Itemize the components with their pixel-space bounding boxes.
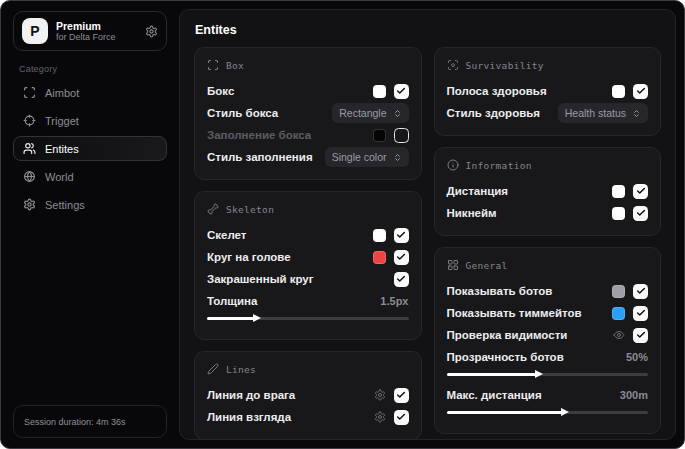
sidebar-item-label: Entites [45, 143, 79, 155]
select-value: Health status [565, 107, 626, 119]
setting-row-view-line: Линия взгляда [207, 406, 409, 428]
visibility-check-checkbox[interactable] [633, 328, 648, 343]
skeleton-checkbox[interactable] [394, 228, 409, 243]
show-teammates-checkbox[interactable] [633, 306, 648, 321]
bot-opacity-slider[interactable] [447, 369, 649, 379]
setting-row-skeleton: Скелет [207, 224, 409, 246]
max-distance-slider[interactable] [447, 407, 649, 417]
scan-heart-icon [447, 59, 459, 71]
eye-icon[interactable] [613, 329, 625, 341]
sidebar-nav: Aimbot Trigget Entites World [13, 80, 167, 217]
enemy-line-checkbox[interactable] [394, 388, 409, 403]
setting-row-head-circle: Круг на голове [207, 246, 409, 268]
setting-row-max-distance: Макс. дистанция 300m [447, 384, 649, 406]
box-fill-checkbox[interactable] [394, 128, 409, 143]
pencil-line-icon [207, 363, 219, 375]
thickness-slider[interactable] [207, 313, 409, 323]
setting-row-box: Бокс [207, 80, 409, 102]
sidebar-item-settings[interactable]: Settings [13, 192, 167, 217]
show-bots-checkbox[interactable] [633, 284, 648, 299]
brand-text: Premium for Delta Force [56, 20, 137, 42]
users-icon [23, 142, 36, 155]
setting-row-enemy-line: Линия до врага [207, 384, 409, 406]
setting-row-health-style: Стиль здоровья Health status [447, 102, 649, 124]
line-settings-gear-icon[interactable] [374, 411, 386, 423]
bot-opacity-value: 50% [626, 351, 648, 363]
slider-thumb[interactable] [561, 408, 569, 416]
panel-lines: Lines Линия до врага [194, 351, 422, 440]
slider-thumb[interactable] [253, 314, 261, 322]
sidebar-item-aimbot[interactable]: Aimbot [13, 80, 167, 105]
max-distance-value: 300m [620, 389, 648, 401]
panel-title: Survivability [466, 60, 544, 71]
box-checkbox[interactable] [394, 84, 409, 99]
box-style-select[interactable]: Rectangle [332, 103, 408, 123]
panel-box: Box Бокс Стиль бокса [194, 47, 422, 180]
slider-thumb[interactable] [535, 370, 543, 378]
head-circle-checkbox[interactable] [394, 250, 409, 265]
color-swatch[interactable] [373, 251, 386, 264]
color-swatch[interactable] [612, 307, 625, 320]
crosshair-icon [23, 114, 36, 127]
health-style-select[interactable]: Health status [558, 103, 648, 123]
nickname-checkbox[interactable] [633, 206, 648, 221]
color-swatch[interactable] [373, 229, 386, 242]
setting-row-show-teammates: Показывать тиммейтов [447, 302, 649, 324]
gear-icon[interactable] [145, 25, 158, 38]
chevrons-up-down-icon [393, 109, 402, 118]
setting-row-distance: Дистанция [447, 180, 649, 202]
health-bar-checkbox[interactable] [633, 84, 648, 99]
session-duration-text: Session duration: 4m 36s [24, 417, 126, 427]
aimbot-scan-icon [23, 86, 36, 99]
panel-title: Lines [226, 364, 256, 375]
sidebar-item-label: World [45, 171, 74, 183]
grid-icon [447, 259, 459, 271]
fill-style-select[interactable]: Single color [325, 147, 409, 167]
setting-row-box-style: Стиль бокса Rectangle [207, 102, 409, 124]
sidebar-item-entites[interactable]: Entites [13, 136, 167, 161]
info-icon [447, 159, 459, 171]
setting-row-nickname: Никнейм [447, 202, 649, 224]
setting-row-fill-style: Стиль заполнения Single color [207, 146, 409, 168]
select-value: Rectangle [339, 107, 386, 119]
setting-row-bot-opacity: Прозрачность ботов 50% [447, 346, 649, 368]
thickness-value: 1.5px [380, 295, 408, 307]
filled-circle-checkbox[interactable] [394, 272, 409, 287]
brand-logo: P [22, 18, 48, 44]
setting-row-visibility-check: Проверка видимости [447, 324, 649, 346]
chevrons-up-down-icon [393, 153, 402, 162]
globe-icon [23, 170, 36, 183]
brand-card: P Premium for Delta Force [13, 11, 167, 51]
view-line-checkbox[interactable] [394, 410, 409, 425]
color-swatch[interactable] [612, 85, 625, 98]
panel-general: General Показывать ботов Показывать тимм… [434, 247, 662, 434]
brand-subtitle: for Delta Force [56, 32, 137, 42]
color-swatch[interactable] [612, 207, 625, 220]
bone-icon [207, 203, 219, 215]
main-content: Entites Box Бокс [179, 9, 676, 440]
brand-title: Premium [56, 20, 137, 32]
color-swatch[interactable] [612, 185, 625, 198]
color-swatch[interactable] [373, 129, 386, 142]
page-title: Entites [195, 23, 661, 37]
line-settings-gear-icon[interactable] [374, 389, 386, 401]
setting-row-box-fill: Заполнение бокса [207, 124, 409, 146]
color-swatch[interactable] [612, 285, 625, 298]
panel-skeleton: Skeleton Скелет Круг на голове [194, 191, 422, 340]
panel-title: General [466, 260, 508, 271]
panel-title: Skeleton [226, 204, 274, 215]
sidebar-item-label: Aimbot [45, 87, 79, 99]
panel-information: Information Дистанция Никнейм [434, 147, 662, 236]
color-swatch[interactable] [373, 85, 386, 98]
setting-row-filled-circle: Закрашенный круг [207, 268, 409, 290]
sidebar-item-trigget[interactable]: Trigget [13, 108, 167, 133]
left-column: Box Бокс Стиль бокса [194, 47, 422, 440]
sidebar-item-world[interactable]: World [13, 164, 167, 189]
setting-row-health-bar: Полоса здоровья [447, 80, 649, 102]
session-duration: Session duration: 4m 36s [13, 405, 167, 438]
scan-box-icon [207, 59, 219, 71]
app-window: P Premium for Delta Force Category Aimbo… [0, 0, 685, 449]
panel-title: Box [226, 60, 244, 71]
distance-checkbox[interactable] [633, 184, 648, 199]
setting-row-thickness: Толщина 1.5px [207, 290, 409, 312]
